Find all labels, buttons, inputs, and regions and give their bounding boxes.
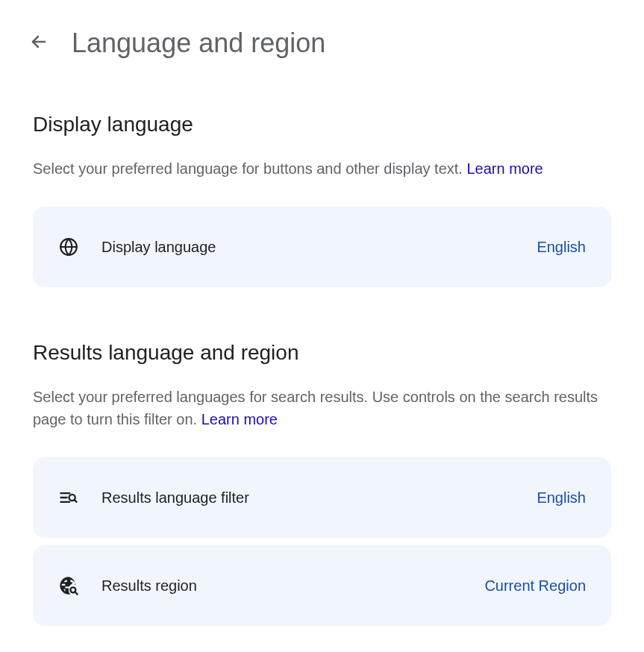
results-language-card[interactable]: Results language filter English bbox=[33, 457, 611, 538]
setting-value: Current Region bbox=[484, 577, 586, 595]
back-button[interactable] bbox=[24, 27, 54, 59]
learn-more-link[interactable]: Learn more bbox=[201, 411, 278, 427]
learn-more-link[interactable]: Learn more bbox=[466, 160, 543, 177]
description-text: Select your preferred languages for sear… bbox=[33, 389, 598, 427]
page-content: Display language Select your preferred l… bbox=[0, 113, 644, 626]
section-description: Select your preferred language for butto… bbox=[33, 157, 611, 180]
setting-value: English bbox=[537, 239, 586, 256]
setting-label: Display language bbox=[101, 239, 537, 256]
svg-line-7 bbox=[75, 500, 77, 502]
region-search-icon bbox=[58, 575, 79, 596]
language-filter-icon bbox=[58, 487, 79, 508]
svg-line-9 bbox=[75, 592, 78, 595]
description-text: Select your preferred language for butto… bbox=[33, 160, 466, 177]
setting-label: Results language filter bbox=[101, 489, 537, 507]
display-language-card[interactable]: Display language English bbox=[33, 207, 611, 287]
page-header: Language and region bbox=[0, 0, 644, 59]
setting-value: English bbox=[537, 489, 586, 507]
section-title-results: Results language and region bbox=[33, 341, 611, 365]
results-region-card[interactable]: Results region Current Region bbox=[33, 545, 611, 626]
setting-label: Results region bbox=[101, 577, 484, 595]
globe-icon bbox=[58, 236, 79, 257]
page-title: Language and region bbox=[72, 28, 325, 59]
arrow-left-icon bbox=[30, 33, 48, 53]
section-description: Select your preferred languages for sear… bbox=[33, 386, 611, 430]
display-language-section: Display language Select your preferred l… bbox=[33, 113, 611, 287]
section-title-display-language: Display language bbox=[33, 113, 611, 137]
results-section: Results language and region Select your … bbox=[33, 341, 611, 626]
